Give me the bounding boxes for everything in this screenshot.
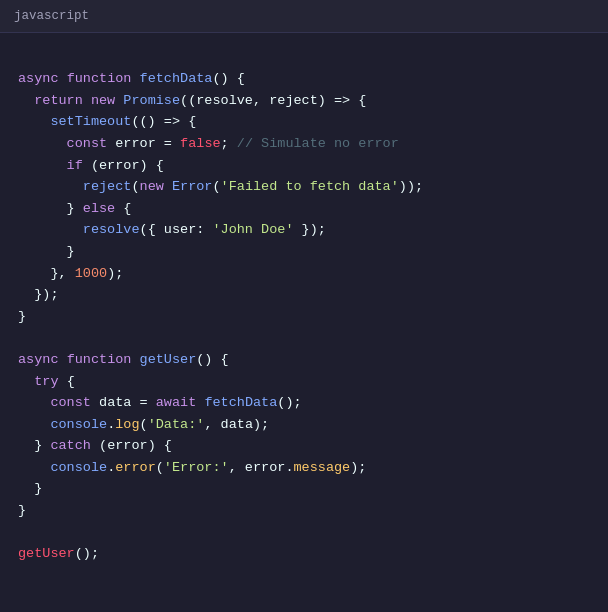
code-line: getUser(); [0, 543, 608, 565]
code-line: } [0, 478, 608, 500]
code-line: return new Promise((resolve, reject) => … [0, 90, 608, 112]
tab-bar: javascript [0, 0, 608, 33]
code-line: resolve({ user: 'John Doe' }); [0, 219, 608, 241]
code-line: async function getUser() { [0, 349, 608, 371]
code-line: }); [0, 284, 608, 306]
code-line [0, 327, 608, 349]
code-line: const error = false; // Simulate no erro… [0, 133, 608, 155]
code-line: try { [0, 371, 608, 393]
tab-label: javascript [14, 9, 89, 23]
code-window: javascript async function fetchData() { … [0, 0, 608, 612]
code-line: const data = await fetchData(); [0, 392, 608, 414]
code-area: async function fetchData() { return new … [0, 33, 608, 612]
code-line: } [0, 306, 608, 328]
code-line: console.error('Error:', error.message); [0, 457, 608, 479]
code-line: } [0, 241, 608, 263]
code-line: } else { [0, 198, 608, 220]
code-line: }, 1000); [0, 263, 608, 285]
code-line: } [0, 500, 608, 522]
code-line: } catch (error) { [0, 435, 608, 457]
code-line: if (error) { [0, 155, 608, 177]
code-line: setTimeout(() => { [0, 111, 608, 133]
code-line: reject(new Error('Failed to fetch data')… [0, 176, 608, 198]
code-line [0, 47, 608, 69]
code-line: async function fetchData() { [0, 68, 608, 90]
code-line [0, 522, 608, 544]
code-line: console.log('Data:', data); [0, 414, 608, 436]
